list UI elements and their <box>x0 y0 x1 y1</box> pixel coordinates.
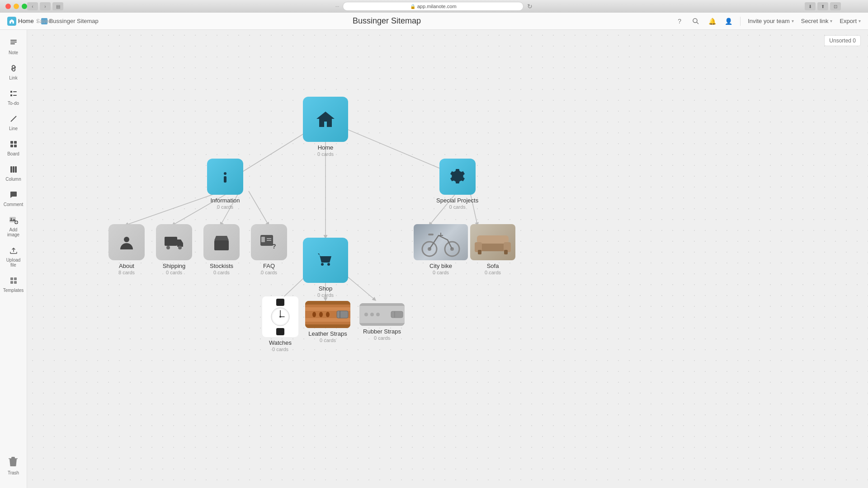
note-label: Note <box>9 50 18 55</box>
sofa-node-subtitle: 0 cards <box>485 270 501 275</box>
link-icon <box>9 64 18 74</box>
node-shop[interactable]: Shop 0 cards <box>303 238 348 298</box>
back-button[interactable]: ‹ <box>27 2 38 10</box>
user-icon[interactable]: 👤 <box>724 17 733 26</box>
node-sofa[interactable]: Sofa 0 cards <box>470 224 515 275</box>
column-label: Column <box>5 177 21 182</box>
special-projects-node-title: Special Projects <box>436 197 478 204</box>
sidebar-toggle[interactable]: ▤ <box>52 2 63 10</box>
comment-label: Comment <box>4 202 23 207</box>
export-button[interactable]: Export ▾ <box>840 18 861 24</box>
svg-rect-73 <box>305 307 350 311</box>
sidebar-item-upload-file[interactable]: Upload file <box>2 243 25 271</box>
shipping-node-icon <box>164 234 184 250</box>
node-faq[interactable]: ? FAQ 0 cards <box>251 224 287 275</box>
svg-rect-74 <box>305 318 350 322</box>
sidebar-item-todo[interactable]: To-do <box>2 86 25 109</box>
gear-node-icon <box>448 167 467 186</box>
svg-rect-25 <box>14 281 17 284</box>
maximize-button[interactable] <box>22 4 27 9</box>
breadcrumb: Home › Bussinger Sitemap <box>7 17 99 26</box>
sidebar-item-note[interactable]: Note <box>2 35 25 59</box>
sidebar-item-column[interactable]: Column <box>2 162 25 185</box>
watches-node-title: Watches <box>269 339 292 346</box>
info-node-icon <box>217 168 234 185</box>
nav-buttons: ‹ › ▤ <box>27 2 63 10</box>
url-bar[interactable]: 🔒 app.milanote.com <box>343 2 524 11</box>
svg-point-70 <box>279 316 281 318</box>
invite-arrow-icon: ▾ <box>792 19 794 23</box>
close-button[interactable] <box>5 4 11 9</box>
breadcrumb-home[interactable]: Home <box>7 17 34 26</box>
node-city-bike[interactable]: City bike 0 cards <box>414 224 468 275</box>
stockists-node-subtitle: 0 cards <box>213 270 230 275</box>
sidebar-item-templates[interactable]: Templates <box>2 273 25 296</box>
svg-line-32 <box>249 191 269 225</box>
secret-link-button[interactable]: Secret link ▾ <box>801 18 833 24</box>
faq-node-title: FAQ <box>263 263 275 269</box>
search-icon[interactable] <box>691 17 700 26</box>
svg-rect-14 <box>10 166 12 173</box>
sidebar-item-line[interactable]: Line <box>2 111 25 135</box>
help-icon[interactable]: ? <box>675 17 684 26</box>
divider <box>740 17 741 26</box>
node-stockists[interactable]: Stockists 0 cards <box>203 224 240 275</box>
trash-label: Trash <box>8 470 19 475</box>
column-icon <box>9 165 18 175</box>
share-icon[interactable]: ⬆ <box>817 2 828 10</box>
minimize-button[interactable] <box>14 4 19 9</box>
city-bike-image <box>418 226 463 258</box>
node-about[interactable]: About 8 cards <box>108 224 145 275</box>
shop-node-subtitle: 0 cards <box>317 292 334 298</box>
sidebar-item-trash[interactable]: Trash <box>5 452 22 479</box>
node-special-projects[interactable]: Special Projects 0 cards <box>436 159 478 210</box>
svg-rect-16 <box>15 166 17 173</box>
upload-file-label: Upload file <box>5 258 23 267</box>
svg-rect-41 <box>165 237 177 246</box>
svg-point-40 <box>124 237 129 242</box>
board-label: Board <box>7 151 19 156</box>
svg-rect-7 <box>10 94 12 96</box>
refresh-button[interactable]: ↻ <box>527 3 533 10</box>
node-leather-straps[interactable]: Leather Straps 0 cards <box>305 301 350 343</box>
information-node-subtitle: 0 cards <box>217 204 233 210</box>
node-rubber-straps[interactable]: Rubber Straps 0 cards <box>359 303 405 341</box>
window-controls[interactable] <box>5 4 27 9</box>
forward-button[interactable]: › <box>40 2 51 10</box>
invite-team-button[interactable]: Invite your team ▾ <box>748 18 794 24</box>
add-image-label: Add image <box>5 227 23 237</box>
board-icon <box>9 140 18 150</box>
svg-point-51 <box>321 263 324 266</box>
export-arrow-icon: ▾ <box>859 19 861 23</box>
shipping-node-subtitle: 0 cards <box>166 270 182 275</box>
sidebar-item-comment[interactable]: Comment <box>2 187 25 211</box>
todo-label: To-do <box>8 101 19 106</box>
node-watches[interactable]: Watches 0 cards <box>262 296 298 352</box>
faq-node-subtitle: 0 cards <box>261 270 277 275</box>
svg-rect-22 <box>10 277 13 280</box>
notifications-icon[interactable]: 🔔 <box>708 17 717 26</box>
sidebar-item-add-image[interactable]: Add image <box>2 212 25 241</box>
shop-node-icon <box>314 249 337 272</box>
expand-icon[interactable]: ⊡ <box>830 2 841 10</box>
svg-rect-23 <box>14 277 17 280</box>
home-icon-small <box>7 17 16 26</box>
node-shipping[interactable]: Shipping 0 cards <box>156 224 192 275</box>
todo-icon <box>9 89 18 99</box>
titlebar-right: ⬇ ⬆ ⊡ <box>805 2 841 10</box>
secret-link-arrow-icon: ▾ <box>830 19 832 23</box>
node-home[interactable]: Home 0 cards <box>303 97 348 157</box>
svg-point-43 <box>178 246 182 249</box>
export-label: Export <box>840 18 857 24</box>
node-information[interactable]: Information 0 cards <box>207 159 243 210</box>
sidebar-item-board[interactable]: Board <box>2 136 25 160</box>
svg-rect-59 <box>477 235 509 244</box>
unsorted-button[interactable]: Unsorted 0 <box>824 35 861 46</box>
download-icon[interactable]: ⬇ <box>805 2 816 10</box>
sidebar-item-link[interactable]: Link <box>2 61 25 84</box>
svg-rect-13 <box>14 145 17 147</box>
svg-rect-63 <box>504 250 508 254</box>
svg-rect-12 <box>10 145 13 147</box>
svg-line-1 <box>697 22 698 24</box>
comment-icon <box>9 191 18 201</box>
